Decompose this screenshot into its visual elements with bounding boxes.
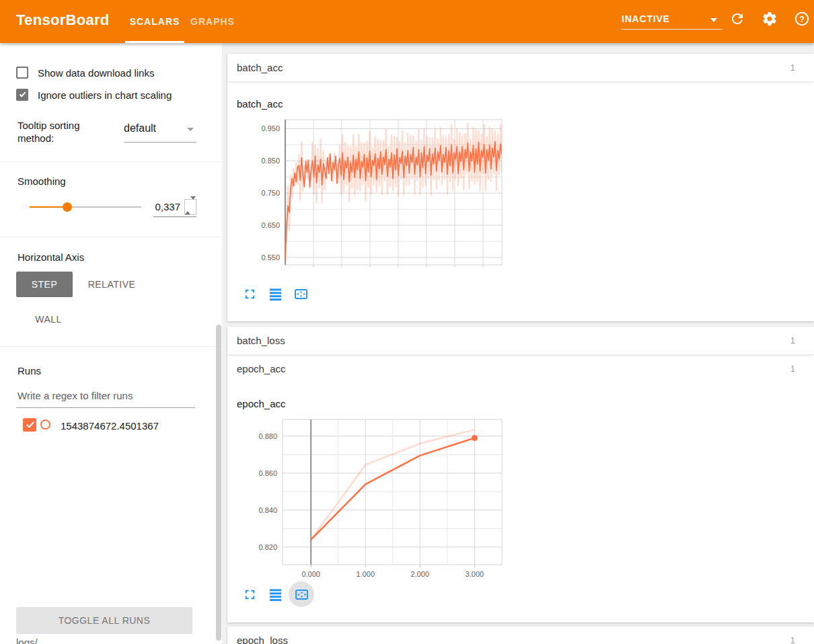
svg-text:0.950: 0.950 [261, 124, 280, 132]
svg-text:0.820: 0.820 [258, 543, 277, 551]
svg-text:3.000: 3.000 [466, 570, 484, 578]
smoothing-input[interactable]: 0,337 [153, 198, 196, 217]
section-count-badge: 1 [790, 635, 795, 644]
fullscreen-icon[interactable] [242, 286, 258, 302]
expand-data-icon[interactable] [268, 286, 283, 302]
check-icon [26, 419, 34, 428]
status-dropdown[interactable]: INACTIVE [620, 0, 723, 43]
dashboard-main: batch_acc 1 batch_acc 0.9500.8500.7500.6… [222, 43, 814, 644]
divider [0, 161, 222, 162]
runs-label: Runs [17, 365, 41, 376]
runs-filter-underline [16, 407, 195, 408]
toggle-all-runs-button[interactable]: TOGGLE ALL RUNS [16, 607, 192, 634]
section-header-batch-loss[interactable]: batch_loss 1 [227, 327, 814, 355]
settings-sidebar: Show data download links Ignore outliers… [0, 43, 222, 644]
tooltip-sorting-value: default [124, 122, 156, 134]
tab-scalars[interactable]: SCALARS [125, 0, 184, 43]
tensorboard-app: TensorBoard SCALARS GRAPHS INACTIVE ? Sh… [0, 0, 814, 644]
settings-gear-icon[interactable] [762, 11, 778, 27]
spin-down-icon[interactable] [190, 196, 196, 211]
active-tab-underline [125, 41, 184, 43]
batch-acc-chart[interactable]: 0.9500.8500.7500.6500.550 [237, 114, 506, 276]
run-color-swatch[interactable] [40, 419, 50, 430]
app-header: TensorBoard SCALARS GRAPHS INACTIVE ? [0, 0, 814, 43]
section-header-epoch-acc[interactable]: epoch_acc 1 [227, 355, 814, 383]
status-label: INACTIVE [622, 13, 670, 24]
check-icon [20, 90, 26, 97]
ignore-outliers-label: Ignore outliers in chart scaling [38, 89, 211, 101]
section-header-epoch-loss[interactable]: epoch_loss 1 [227, 627, 814, 644]
section-tag: epoch_loss [237, 635, 288, 644]
refresh-icon[interactable] [729, 11, 745, 27]
chevron-down-icon [710, 18, 717, 22]
app-title: TensorBoard [16, 11, 110, 29]
axis-step-button[interactable]: STEP [16, 272, 73, 297]
fit-domain-icon[interactable] [294, 587, 309, 602]
card-batch-acc: batch_acc 1 batch_acc 0.9500.8500.7500.6… [227, 54, 814, 321]
expand-data-icon[interactable] [268, 587, 283, 602]
help-icon[interactable]: ? [794, 11, 810, 27]
number-stepper[interactable] [184, 199, 196, 215]
smoothing-label: Smoothing [17, 175, 66, 187]
section-count-badge: 1 [790, 63, 795, 73]
divider [0, 346, 222, 347]
svg-text:?: ? [799, 15, 805, 24]
svg-text:1.000: 1.000 [356, 570, 375, 578]
smoothing-slider-knob[interactable] [63, 202, 72, 212]
svg-text:0.000: 0.000 [301, 570, 320, 578]
divider [0, 237, 222, 237]
fullscreen-icon[interactable] [242, 587, 258, 602]
axis-wall-button[interactable]: WALL [16, 307, 81, 332]
section-tag: batch_loss [237, 335, 285, 346]
runs-filter-input[interactable]: Write a regex to filter runs [17, 390, 133, 401]
show-download-links-checkbox[interactable] [16, 67, 28, 79]
chart-title: epoch_acc [237, 398, 286, 409]
svg-text:0.650: 0.650 [261, 221, 280, 229]
ignore-outliers-checkbox[interactable] [16, 89, 28, 101]
fit-domain-icon[interactable] [293, 286, 309, 302]
run-name: 1543874672.4501367 [61, 420, 159, 432]
svg-text:0.750: 0.750 [261, 189, 280, 197]
show-download-links-label: Show data download links [38, 67, 154, 79]
spin-up-icon[interactable] [185, 200, 190, 214]
chart-title: batch_acc [237, 98, 283, 110]
epoch-acc-chart[interactable]: 0.8800.8600.8400.8200.0001.0002.0003.000 [237, 413, 506, 585]
sidebar-scrollbar[interactable] [216, 325, 221, 641]
svg-text:0.850: 0.850 [261, 157, 280, 165]
smoothing-slider-fill [30, 206, 67, 208]
svg-text:0.840: 0.840 [258, 506, 277, 514]
section-tag: epoch_acc [237, 363, 286, 374]
section-count-badge: 1 [790, 364, 795, 374]
svg-text:0.860: 0.860 [258, 469, 277, 477]
card-batch-loss-epoch-acc: batch_loss 1 epoch_acc 1 epoch_acc 0.880… [227, 327, 814, 622]
section-tag: batch_acc [237, 62, 283, 73]
run-checkbox[interactable] [23, 418, 36, 432]
svg-text:0.880: 0.880 [258, 432, 277, 440]
horizontal-axis-label: Horizontal Axis [17, 251, 84, 263]
card-epoch-loss: epoch_loss 1 [227, 627, 814, 644]
svg-text:2.000: 2.000 [411, 570, 430, 578]
svg-text:0.550: 0.550 [261, 253, 280, 261]
axis-relative-button[interactable]: RELATIVE [79, 272, 144, 297]
smoothing-value: 0,337 [155, 201, 180, 212]
tooltip-sorting-label: Tooltip sorting method: [17, 119, 97, 145]
tooltip-sorting-dropdown[interactable]: default [124, 118, 196, 143]
runs-path-label: logs/ [16, 637, 70, 644]
section-header-batch-acc[interactable]: batch_acc 1 [227, 54, 814, 82]
chevron-down-icon [187, 128, 194, 131]
section-count-badge: 1 [790, 335, 795, 346]
tab-graphs[interactable]: GRAPHS [190, 0, 235, 43]
